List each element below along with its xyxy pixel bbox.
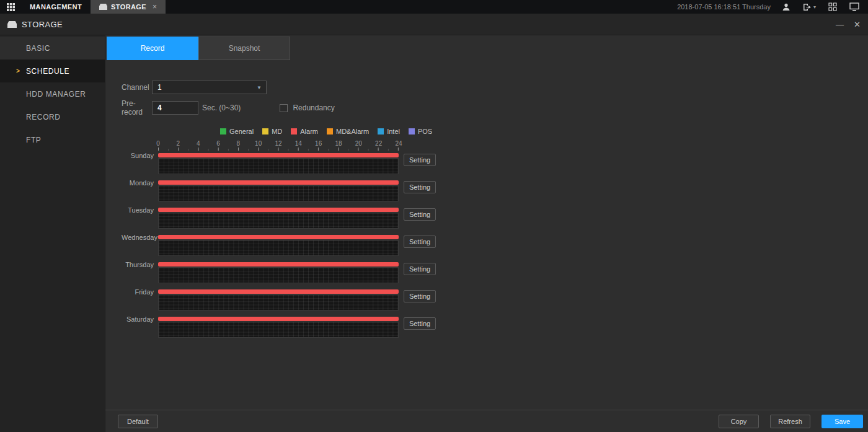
content-panel: Record Snapshot Channel 1 ▼ Pre-record S… xyxy=(105,35,868,432)
datetime: 2018-07-05 16:18:51 Thursday xyxy=(677,3,771,11)
tick-label: 8 xyxy=(237,140,241,147)
pos-color-swatch xyxy=(409,128,415,134)
tab-record[interactable]: Record xyxy=(107,37,198,60)
window-title: STORAGE xyxy=(22,20,63,29)
tab-management[interactable]: MANAGEMENT xyxy=(21,0,91,14)
schedule-grid[interactable] xyxy=(158,267,399,283)
day-label: Wednesday xyxy=(122,234,154,241)
pre-record-unit: Sec. (0~30) xyxy=(202,104,241,112)
sidebar-item-hdd-manager[interactable]: HDD MANAGER xyxy=(0,82,105,105)
default-button[interactable]: Default xyxy=(118,415,158,428)
display-button[interactable] xyxy=(849,2,859,11)
tab-snapshot[interactable]: Snapshot xyxy=(198,37,290,60)
logout-icon xyxy=(803,3,812,11)
selected-arrow-icon: > xyxy=(16,68,20,74)
schedule-grid[interactable] xyxy=(158,158,399,174)
tick-label: 18 xyxy=(335,140,342,147)
app-grid-icon xyxy=(7,3,15,11)
md-color-swatch xyxy=(262,128,268,134)
layout-button[interactable] xyxy=(828,2,837,11)
legend-item-alarm: Alarm xyxy=(291,128,318,135)
tab-storage[interactable]: STORAGE × xyxy=(91,0,166,14)
channel-row: Channel 1 ▼ xyxy=(122,81,868,94)
schedule-section: General MD Alarm MD&Alarm xyxy=(122,128,868,338)
minimize-icon[interactable]: — xyxy=(836,20,844,29)
storage-icon xyxy=(99,4,107,10)
copy-button[interactable]: Copy xyxy=(719,415,759,428)
tick-label: 6 xyxy=(216,140,220,147)
app-menu-button[interactable] xyxy=(0,0,21,14)
day-label: Sunday xyxy=(122,152,154,159)
schedule-track[interactable] xyxy=(158,262,399,283)
window-titlebar: STORAGE — ✕ xyxy=(0,14,868,35)
schedule-grid[interactable] xyxy=(158,294,399,311)
alarm-bar xyxy=(158,208,399,212)
setting-button[interactable]: Setting xyxy=(404,290,436,302)
channel-label: Channel xyxy=(122,83,152,92)
setting-button[interactable]: Setting xyxy=(404,236,436,248)
setting-button[interactable]: Setting xyxy=(404,317,436,330)
timeline-ruler: 0 2 4 6 8 10 12 14 16 18 20 22 24 xyxy=(158,140,399,151)
intel-color-swatch xyxy=(378,128,384,134)
schedule-row-thursday: Thursday Setting xyxy=(122,262,868,283)
user-button[interactable] xyxy=(782,2,790,11)
channel-select[interactable]: 1 ▼ xyxy=(152,81,267,94)
save-button[interactable]: Save xyxy=(822,415,863,428)
storage-title-icon xyxy=(7,21,17,28)
sidebar-item-label: SCHEDULE xyxy=(26,67,69,76)
schedule-days: Sunday Setting Monday Setting xyxy=(122,153,868,338)
day-label: Monday xyxy=(122,180,154,187)
refresh-button[interactable]: Refresh xyxy=(770,415,810,428)
schedule-grid[interactable] xyxy=(158,240,399,256)
day-label: Tuesday xyxy=(122,207,154,214)
schedule-row-sunday: Sunday Setting xyxy=(122,153,868,174)
legend-item-general: General xyxy=(220,128,254,135)
user-icon xyxy=(782,2,790,11)
schedule-track[interactable] xyxy=(158,317,399,338)
pre-record-input[interactable] xyxy=(152,101,198,115)
tick-label: 12 xyxy=(275,140,281,147)
screen: MANAGEMENT STORAGE × 2018-07-05 16:18:51… xyxy=(0,0,868,432)
sidebar-item-basic[interactable]: BASIC xyxy=(0,37,105,60)
schedule-legend: General MD Alarm MD&Alarm xyxy=(220,128,868,135)
schedule-track[interactable] xyxy=(158,289,399,311)
setting-button[interactable]: Setting xyxy=(404,154,436,166)
sidebar: BASIC > SCHEDULE HDD MANAGER RECORD FTP xyxy=(0,35,105,432)
tick-label: 24 xyxy=(395,140,402,147)
top-bar: MANAGEMENT STORAGE × 2018-07-05 16:18:51… xyxy=(0,0,868,14)
alarm-bar xyxy=(158,180,399,185)
schedule-row-friday: Friday Setting xyxy=(122,289,868,311)
display-icon xyxy=(849,2,859,11)
day-label: Saturday xyxy=(122,316,154,323)
sidebar-item-ftp[interactable]: FTP xyxy=(0,128,105,151)
tick-label: 0 xyxy=(156,140,160,147)
setting-button[interactable]: Setting xyxy=(404,208,436,221)
legend-item-pos: POS xyxy=(409,128,432,135)
workspace: BASIC > SCHEDULE HDD MANAGER RECORD FTP … xyxy=(0,35,868,432)
close-tab-icon[interactable]: × xyxy=(153,2,157,11)
md-alarm-color-swatch xyxy=(327,128,333,134)
day-label: Thursday xyxy=(122,262,154,268)
schedule-grid[interactable] xyxy=(158,322,399,338)
tick-label: 22 xyxy=(375,140,382,147)
logout-button[interactable]: ▾ xyxy=(803,3,816,11)
layout-grid-icon xyxy=(828,2,837,11)
schedule-track[interactable] xyxy=(158,208,399,229)
schedule-track[interactable] xyxy=(158,235,399,256)
setting-button[interactable]: Setting xyxy=(404,181,436,193)
sidebar-item-record[interactable]: RECORD xyxy=(0,105,105,128)
close-icon[interactable]: ✕ xyxy=(854,20,861,29)
schedule-track[interactable] xyxy=(158,153,399,174)
schedule-grid[interactable] xyxy=(158,213,399,229)
tick-label: 10 xyxy=(255,140,262,147)
setting-button[interactable]: Setting xyxy=(404,263,436,275)
schedule-grid[interactable] xyxy=(158,185,399,201)
tick-label: 2 xyxy=(177,140,180,147)
legend-item-md-alarm: MD&Alarm xyxy=(327,128,369,135)
tick-marks xyxy=(158,148,399,151)
sidebar-item-schedule[interactable]: > SCHEDULE xyxy=(0,60,105,82)
legend-item-md: MD xyxy=(262,128,282,135)
alarm-bar xyxy=(158,153,399,157)
redundancy-checkbox[interactable] xyxy=(280,104,288,112)
schedule-track[interactable] xyxy=(158,180,399,201)
